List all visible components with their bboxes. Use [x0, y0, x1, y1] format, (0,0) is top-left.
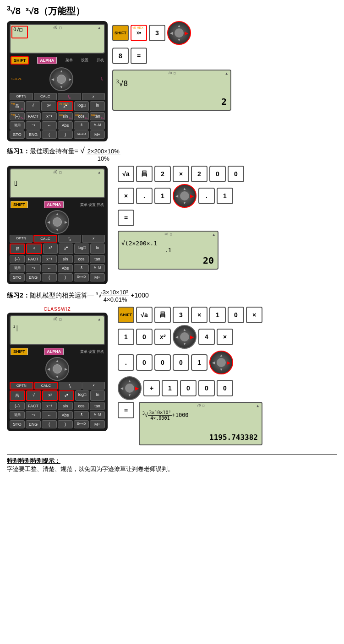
s3-0h[interactable]: 0: [217, 380, 233, 396]
calc-btn[interactable]: CALC: [34, 93, 57, 101]
shift-btn-2[interactable]: SHIFT: [11, 201, 28, 208]
s3-shift[interactable]: SHIFT: [118, 307, 134, 323]
optn-btn-2[interactable]: OPTN: [10, 235, 33, 243]
alpha-btn-2[interactable]: ALPHA: [44, 201, 64, 208]
s2-dot2[interactable]: .: [198, 188, 215, 204]
key-eng[interactable]: ENG: [26, 130, 41, 139]
step-nav-1[interactable]: ▲ ▼ ◀ ▶: [167, 21, 191, 45]
key-xinv[interactable]: x⁻¹: [42, 112, 57, 120]
key-ln[interactable]: ln: [90, 101, 105, 111]
s2-1a[interactable]: 1: [154, 188, 171, 204]
key-lparen[interactable]: (: [42, 130, 57, 139]
key-tan[interactable]: tan⁻¹tanF₁: [90, 112, 105, 120]
s3-1d[interactable]: 1: [162, 380, 178, 396]
s3-plus[interactable]: +: [143, 380, 160, 396]
key-xsq-2[interactable]: x²: [43, 244, 58, 254]
s2-2b[interactable]: 2: [191, 166, 207, 182]
key-abs[interactable]: Abs: [58, 121, 73, 130]
s2-dot1[interactable]: .: [136, 188, 153, 204]
s3-frac[interactable]: 昌: [154, 307, 171, 323]
s3-mul2[interactable]: ×: [246, 307, 262, 323]
shift-button[interactable]: SHIFT: [11, 56, 29, 65]
step-3[interactable]: 3: [149, 25, 165, 41]
s2-sqrt[interactable]: √a: [118, 166, 134, 182]
key-sto[interactable]: STO: [10, 130, 25, 139]
key-m[interactable]: M–M: [90, 121, 105, 130]
key-xbar[interactable]: x̄: [74, 121, 89, 130]
optn-btn[interactable]: OPTN: [10, 93, 33, 101]
s2-nav[interactable]: ▲ ▼ ◀ ▶: [173, 184, 197, 208]
key-fact[interactable]: FACT: [26, 112, 41, 120]
ex1-title: 练习1：最佳现金持有量= √ 2×200×10% 10%: [7, 146, 337, 162]
calc-btn-3[interactable]: CALC: [34, 382, 58, 390]
s3-nav2[interactable]: ▲ ▼ ◀ ▶: [209, 351, 233, 374]
shift-btn-3[interactable]: SHIFT: [11, 348, 28, 355]
s3-eq[interactable]: =: [118, 402, 134, 418]
s3-1b[interactable]: 1: [118, 329, 134, 345]
s3-dot[interactable]: .: [118, 354, 134, 371]
s3-mul3[interactable]: ×: [217, 329, 233, 345]
s3-0b[interactable]: 0: [136, 329, 153, 345]
optn-btn-3[interactable]: OPTN: [10, 382, 33, 390]
s2-mul2[interactable]: ×: [118, 188, 134, 204]
key-mplus[interactable]: M+: [90, 130, 105, 139]
key-sd[interactable]: S⟺D: [74, 130, 89, 139]
key-xsq[interactable]: x²: [41, 101, 56, 111]
key-ln-2[interactable]: ln: [90, 244, 105, 254]
step-shift[interactable]: SHIFT: [112, 25, 129, 41]
key-sqrt[interactable]: √: [26, 101, 41, 111]
key-sqrt-3[interactable]: √: [26, 390, 42, 401]
step-8[interactable]: 8: [112, 48, 129, 64]
s2-mul1[interactable]: ×: [173, 166, 189, 182]
key-xn[interactable]: √0 HEXx■: [57, 101, 73, 111]
key-sin[interactable]: cos⁻¹sinE₁: [58, 112, 73, 120]
s3-1c[interactable]: 1: [191, 354, 207, 371]
s3-nav1[interactable]: ▲ ▼ ◀ ▶: [173, 325, 197, 349]
s2-eq[interactable]: =: [118, 210, 134, 226]
s3-0g[interactable]: 0: [198, 380, 215, 396]
s3-3[interactable]: 3: [173, 307, 189, 323]
key-sqrt-2[interactable]: √: [26, 244, 42, 254]
x-btn[interactable]: x: [82, 93, 105, 101]
nav-cluster-1[interactable]: ▲ ▼ ◀ ▶: [49, 67, 73, 91]
func3-btn[interactable]: fβ: [58, 93, 81, 101]
calculator-1: 0√□ √0□ ▲ SHIFT ALPHA 菜单 设置 开机 SOLVE: [7, 21, 108, 142]
key-frac-2[interactable]: 昌: [10, 244, 25, 254]
key-neg[interactable]: log(–)B₁: [10, 112, 25, 120]
key-back[interactable]: ←: [42, 121, 57, 130]
step-eq-1[interactable]: =: [131, 48, 147, 64]
key-rparen[interactable]: ): [58, 130, 73, 139]
res-arrow-1: ▲: [225, 71, 228, 76]
s3-nav3[interactable]: ▲ ▼ ◀ ▶: [118, 376, 142, 400]
s3-0a[interactable]: 0: [228, 307, 244, 323]
key-log-2[interactable]: log□: [74, 244, 89, 254]
key-call[interactable]: 调用: [10, 121, 25, 130]
s3-0d[interactable]: 0: [154, 354, 171, 371]
key-cos[interactable]: cos⁻¹cosE₁: [74, 112, 89, 120]
exercise-2: 练习2：随机模型的相关运算— 3√ 3×10×10² 4×0.01% +1000…: [7, 289, 337, 445]
s3-sqrt[interactable]: √a: [136, 307, 153, 323]
alpha-btn-3[interactable]: ALPHA: [44, 348, 64, 355]
key-div2[interactable]: ⁻¹: [26, 121, 41, 130]
alpha-button[interactable]: ALPHA: [37, 57, 57, 64]
s3-mul1[interactable]: ×: [191, 307, 207, 323]
key-fraction[interactable]: log昌R: [10, 101, 25, 111]
calc-btn-2[interactable]: CALC: [33, 235, 57, 243]
s2-0b[interactable]: 0: [228, 166, 244, 182]
step-xn[interactable]: √0 HEX x■: [131, 25, 147, 41]
key-xsq-3[interactable]: x²: [42, 390, 58, 401]
s3-0f[interactable]: 0: [180, 380, 197, 396]
key-xn-3[interactable]: x■: [59, 390, 74, 401]
s3-1a[interactable]: 1: [209, 307, 226, 323]
s2-2a[interactable]: 2: [154, 166, 171, 182]
s2-0a[interactable]: 0: [209, 166, 226, 182]
s3-0e[interactable]: 0: [173, 354, 189, 371]
key-xn-2[interactable]: x■: [59, 244, 73, 254]
key-frac-3[interactable]: 昌: [10, 390, 25, 401]
s3-4[interactable]: 4: [198, 329, 215, 345]
key-log[interactable]: log□: [74, 101, 89, 111]
s2-1b[interactable]: 1: [217, 188, 233, 204]
s3-0c[interactable]: 0: [136, 354, 153, 371]
s2-frac[interactable]: 昌: [136, 166, 153, 182]
s3-xsq[interactable]: x²: [154, 329, 171, 345]
